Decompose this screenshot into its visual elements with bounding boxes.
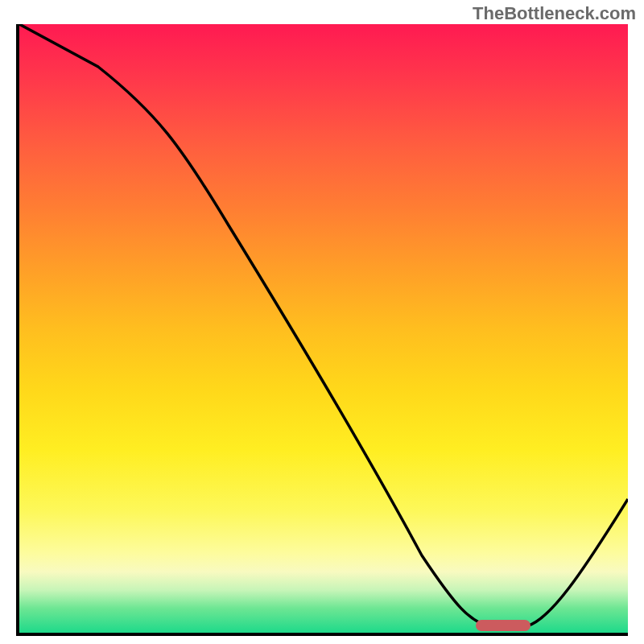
bottleneck-curve [19,24,628,628]
curve-svg [19,24,628,633]
watermark-text: TheBottleneck.com [473,3,636,24]
plot-area [16,24,628,636]
chart-container: TheBottleneck.com [0,0,644,644]
optimal-range-marker [476,620,530,631]
